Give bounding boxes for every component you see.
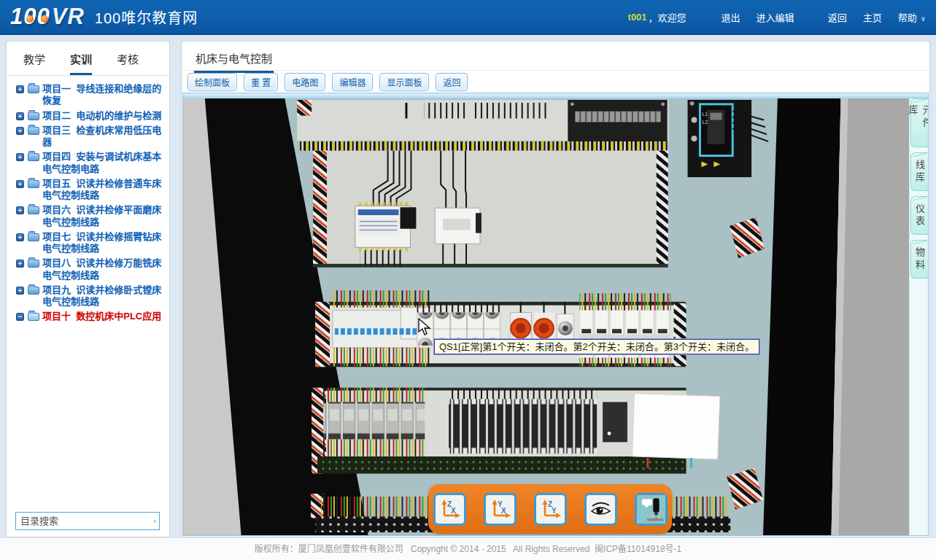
side-tab-wire-library[interactable]: 线库 [910, 152, 928, 191]
mouse-cursor-icon [418, 318, 434, 337]
expand-plus-icon[interactable] [16, 112, 24, 120]
view-axis-yx-button[interactable]: Y X [484, 493, 517, 526]
sidebar-item-label: 项目九 识读并检修卧式镗床电气控制线路 [42, 284, 165, 308]
project-tree: 项目一 导线连接和绝缘层的恢复 项目二 电动机的维护与检测 项目三 检查机床常用… [7, 76, 169, 324]
sidebar-item-project6[interactable]: 项目六 识读并检修平面磨床电气控制线路 [7, 203, 168, 230]
search-icon[interactable] [153, 514, 157, 529]
view-axis-zy-button[interactable]: Z Y [534, 493, 567, 526]
sidebar-item-project10-selected[interactable]: 项目十 数控机床中PLC应用 [7, 309, 168, 324]
logout-link[interactable]: 退出 [722, 10, 740, 24]
probe-tool-button[interactable] [635, 493, 668, 526]
chevron-down-icon: ∨ [921, 15, 926, 23]
folder-icon [28, 287, 39, 295]
logo-vr: VR [52, 4, 85, 30]
back-link[interactable]: 返回 [828, 10, 847, 24]
expand-plus-icon[interactable] [16, 206, 24, 214]
sidebar-item-label: 项目八 识读并检修万能铣床电气控制线路 [42, 257, 165, 281]
expand-plus-icon[interactable] [16, 260, 24, 268]
site-name: 100唯尔教育网 [95, 7, 198, 28]
folder-icon [28, 127, 39, 135]
folder-icon [28, 233, 39, 241]
svg-text:X: X [501, 507, 506, 515]
svg-text:X: X [451, 507, 456, 515]
folder-icon [28, 180, 39, 188]
3d-viewport[interactable]: L1 L2 [182, 93, 929, 536]
blank-white-sheet[interactable] [632, 394, 719, 459]
expand-plus-icon[interactable] [16, 85, 24, 93]
sidebar-item-label: 项目三 检查机床常用低压电器 [42, 125, 165, 149]
folder-icon [28, 85, 39, 93]
sidebar-item-label: 项目四 安装与调试机床基本电气控制电路 [42, 151, 165, 175]
axis-yx-icon: Y X [489, 498, 511, 520]
enter-edit-link[interactable]: 进入编辑 [757, 10, 794, 24]
tab-assessment[interactable]: 考核 [117, 42, 139, 75]
axis-zy-icon: Z Y [539, 498, 561, 520]
axis-zx-icon: Z X [438, 498, 460, 520]
sidebar-item-project8[interactable]: 项目八 识读并检修万能铣床电气控制线路 [7, 256, 168, 283]
expand-plus-icon[interactable] [16, 233, 24, 241]
display-panel-button[interactable]: 显示面板 [379, 73, 429, 91]
reset-button[interactable]: 重 置 [244, 73, 278, 91]
editor-button[interactable]: 编辑器 [332, 73, 373, 91]
sidebar-item-project1[interactable]: 项目一 导线连接和绝缘层的恢复 [7, 82, 168, 109]
eye-icon [589, 499, 611, 519]
home-link[interactable]: 主页 [863, 10, 882, 24]
side-tab-instruments[interactable]: 仪表 [910, 196, 928, 235]
help-menu[interactable]: 帮助∨ [898, 10, 926, 24]
site-logo[interactable]: 100VR [10, 4, 85, 30]
svg-text:L2: L2 [702, 120, 708, 125]
sidebar-item-label: 项目十 数控机床中PLC应用 [42, 311, 161, 322]
expand-plus-icon[interactable] [16, 287, 24, 295]
machine-cabinet-3d-scene[interactable]: L1 L2 [183, 98, 909, 535]
view-axis-zx-button[interactable]: Z X [433, 493, 466, 526]
catalog-search-box [15, 512, 160, 530]
catalog-search-input[interactable] [16, 516, 153, 526]
switch-row-panel[interactable] [315, 290, 686, 367]
sidebar-item-project2[interactable]: 项目二 电动机的维护与检测 [7, 109, 168, 123]
side-tab-materials[interactable]: 物料 [910, 240, 928, 279]
circuit-diagram-button[interactable]: 电路图 [285, 73, 325, 91]
top-header: 100VR 100唯尔教育网 t001 ，欢迎您 退出 进入编辑 返回 主页 帮… [0, 0, 936, 35]
sidebar-item-label: 项目六 识读并检修平面磨床电气控制线路 [42, 204, 165, 228]
return-button[interactable]: 返回 [436, 73, 468, 91]
probe-tool-icon [637, 495, 665, 524]
sidebar-item-label: 项目二 电动机的维护与检测 [42, 110, 161, 122]
draw-panel-button[interactable]: 绘制面板 [187, 73, 237, 91]
library-tab-column: 元件库 线库 仪表 物料 [909, 98, 928, 535]
sidebar-item-project7[interactable]: 项目七 识读并检修摇臂钻床电气控制线路 [7, 230, 168, 257]
sidebar-item-label: 项目五 识读并检修普通车床电气控制线路 [42, 178, 165, 202]
sidebar-item-project4[interactable]: 项目四 安装与调试机床基本电气控制电路 [7, 149, 168, 176]
svg-text:L1: L1 [702, 112, 708, 117]
relay-bank[interactable] [579, 293, 670, 366]
terminal-row-panel[interactable] [312, 388, 720, 474]
copyright-footer: 版权所有：厦门凤凰创壹软件有限公司 Copyright © 2014 - 201… [0, 537, 936, 560]
sidebar-item-project3[interactable]: 项目三 检查机床常用低压电器 [7, 123, 168, 150]
top-mounting-panel[interactable] [299, 141, 668, 268]
welcome-text: ，欢迎您 [649, 10, 686, 24]
folder-icon [28, 153, 39, 161]
expand-minus-icon[interactable] [16, 313, 24, 321]
view-control-toolbar: Z X Y X Z Y [428, 484, 672, 534]
expand-plus-icon[interactable] [16, 153, 24, 161]
svg-text:Y: Y [552, 507, 557, 515]
module-title-row: 机床与电气控制 [182, 42, 929, 71]
sidebar-tabs: 教学 实训 考核 [7, 42, 169, 76]
main-panel: 机床与电气控制 绘制面板 重 置 电路图 编辑器 显示面板 返回 [181, 41, 930, 537]
course-sidebar: 教学 实训 考核 项目一 导线连接和绝缘层的恢复 项目二 电动机的维护与检测 项… [6, 41, 170, 537]
folder-icon [28, 260, 39, 268]
sidebar-item-project9[interactable]: 项目九 识读并检修卧式镗床电气控制线路 [7, 283, 168, 310]
sidebar-item-label: 项目一 导线连接和绝缘层的恢复 [42, 83, 165, 107]
folder-icon [28, 206, 39, 214]
module-title-tab[interactable]: 机床与电气控制 [194, 42, 274, 73]
logo-text: 1 [10, 4, 23, 30]
view-eye-button[interactable] [584, 493, 617, 526]
logo-eyes: 00 [23, 4, 50, 30]
sidebar-item-project5[interactable]: 项目五 识读并检修普通车床电气控制线路 [7, 176, 168, 203]
expand-plus-icon[interactable] [16, 127, 24, 135]
tab-training[interactable]: 实训 [70, 42, 92, 75]
expand-plus-icon[interactable] [16, 180, 24, 188]
folder-icon [28, 112, 39, 120]
side-tab-component-library[interactable]: 元件库 [910, 98, 928, 147]
scene-toolbar: 绘制面板 重 置 电路图 编辑器 显示面板 返回 [182, 71, 929, 93]
tab-teaching[interactable]: 教学 [23, 42, 45, 75]
